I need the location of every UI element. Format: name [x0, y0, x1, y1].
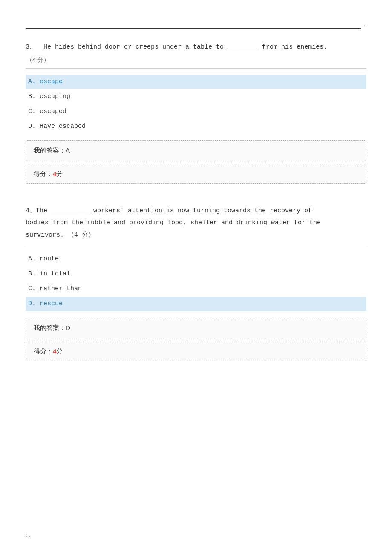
bottom-spacer [26, 370, 366, 421]
score-label-q4: 得分： [34, 347, 53, 355]
score-unit-q4: 分 [56, 347, 63, 355]
question-4-line1: The __________ workers' attention is now… [36, 207, 312, 214]
question-3-score: （4 分） [26, 56, 366, 64]
score-box-q4: 得分：4分 [26, 342, 366, 361]
option-3-b[interactable]: B. escaping [26, 90, 366, 104]
score-box-q3: 得分：4分 [26, 165, 366, 184]
option-3-d[interactable]: D. Have escaped [26, 119, 366, 133]
page-container: . 3、 He hides behind door or creeps unde… [0, 0, 392, 555]
option-4-b[interactable]: B. in total [26, 267, 366, 281]
option-4-a[interactable]: A. route [26, 252, 366, 266]
my-answer-value-q3: A [66, 147, 70, 154]
top-underline [26, 28, 361, 29]
question-3-number: 3 [26, 43, 29, 51]
score-label-q3: 得分： [34, 170, 53, 177]
divider-q3 [26, 68, 366, 69]
question-3-block: 3、 He hides behind door or creeps under … [26, 41, 366, 184]
my-answer-label-q3: 我的答案： [34, 147, 66, 154]
my-answer-label-q4: 我的答案： [34, 324, 66, 331]
option-3-c[interactable]: C. escaped [26, 104, 366, 119]
question-4-text: 4、The __________ workers' attention is n… [26, 205, 366, 242]
spacer-between-questions [26, 192, 366, 205]
my-answer-value-q4: D [66, 324, 70, 331]
top-dot: . [363, 21, 366, 29]
footer-text: : . [26, 532, 30, 538]
top-line-area: . [26, 9, 366, 29]
my-answer-box-q4: 我的答案：D [26, 318, 366, 338]
option-4-d[interactable]: D. rescue [26, 297, 366, 311]
question-4-line3: survivors. [26, 231, 64, 239]
option-3-a[interactable]: A. escape [26, 75, 366, 89]
question-4-line2: bodies from the rubble and providing foo… [26, 219, 321, 226]
question-3-text: 3、 He hides behind door or creeps under … [26, 41, 366, 54]
question-4-number: 4 [26, 207, 29, 214]
question-3-body: He hides behind door or creeps under a t… [43, 43, 327, 51]
footer: : . [26, 532, 30, 538]
score-unit-q3: 分 [56, 170, 63, 177]
divider-q4 [26, 246, 366, 246]
question-4-score-inline: （4 分） [68, 231, 95, 239]
my-answer-box-q3: 我的答案：A [26, 140, 366, 161]
option-4-c[interactable]: C. rather than [26, 282, 366, 296]
question-4-block: 4、The __________ workers' attention is n… [26, 205, 366, 361]
